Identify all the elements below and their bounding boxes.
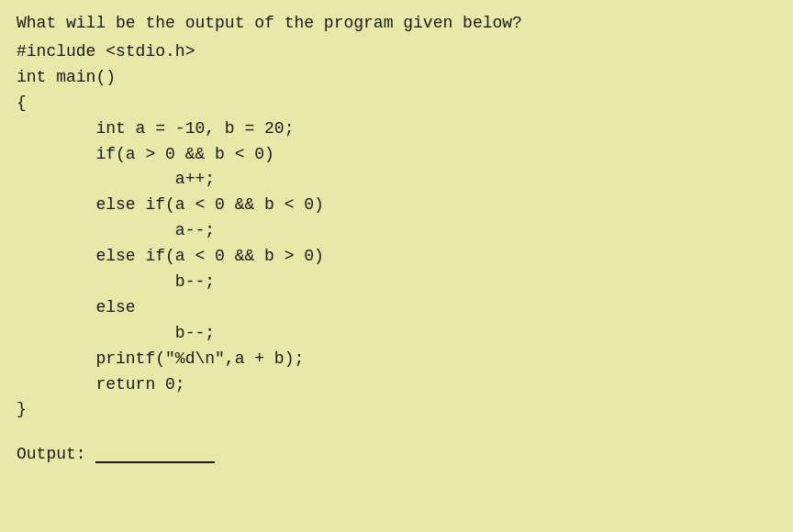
code-line-11: else — [17, 295, 776, 321]
main-container: What will be the output of the program g… — [0, 0, 793, 532]
question-text: What will be the output of the program g… — [17, 11, 776, 36]
code-line-5: if(a > 0 && b < 0) — [17, 142, 776, 168]
code-line-14: return 0; — [17, 372, 776, 398]
code-line-2: int main() — [17, 65, 776, 91]
code-line-15: } — [17, 397, 776, 423]
code-line-10: b--; — [17, 270, 776, 295]
output-section: Output: — [17, 445, 776, 463]
output-answer-line[interactable] — [95, 445, 215, 463]
output-label: Output: — [17, 445, 86, 463]
code-line-1: #include <stdio.h> — [17, 39, 776, 65]
code-line-13: printf("%d\n",a + b); — [17, 347, 776, 372]
code-block: #include <stdio.h> int main() { int a = … — [17, 39, 776, 423]
code-line-3: { — [17, 91, 776, 116]
code-line-9: else if(a < 0 && b > 0) — [17, 244, 776, 270]
code-line-4: int a = -10, b = 20; — [17, 116, 776, 142]
code-line-7: else if(a < 0 && b < 0) — [17, 193, 776, 218]
code-line-8: a--; — [17, 218, 776, 244]
code-line-6: a++; — [17, 167, 776, 193]
code-line-12: b--; — [17, 321, 776, 347]
